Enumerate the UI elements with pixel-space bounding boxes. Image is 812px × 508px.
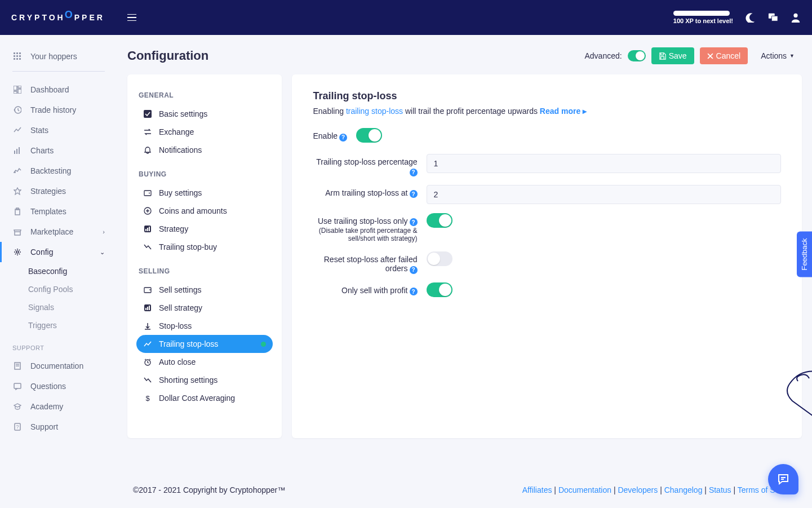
cn-stop-loss[interactable]: Stop-loss bbox=[136, 317, 273, 335]
sidebar-sub-baseconfig[interactable]: Baseconfig bbox=[0, 262, 117, 280]
help-icon[interactable]: ? bbox=[339, 134, 347, 142]
sidebar-divider bbox=[12, 71, 105, 72]
checkbox-icon bbox=[143, 109, 152, 118]
cn-dca[interactable]: $ Dollar Cost Averaging bbox=[136, 389, 273, 407]
read-more-link[interactable]: Read more ▸ bbox=[540, 107, 587, 116]
backtest-icon bbox=[12, 166, 23, 176]
svg-rect-6 bbox=[14, 55, 15, 57]
sidebar-academy[interactable]: Academy bbox=[0, 396, 117, 417]
cn-auto-close[interactable]: Auto close bbox=[136, 353, 273, 371]
sidebar-label: Questions bbox=[30, 382, 66, 391]
sidebar-support[interactable]: ? Support bbox=[0, 417, 117, 437]
sidebar: Your hoppers Dashboard Trade history Sta… bbox=[0, 35, 117, 508]
help-icon[interactable]: ? bbox=[410, 169, 418, 176]
footer-link-affiliates[interactable]: Affiliates bbox=[522, 485, 552, 494]
save-button[interactable]: Save bbox=[651, 47, 694, 64]
enable-toggle[interactable] bbox=[356, 128, 382, 143]
svg-rect-28 bbox=[144, 110, 152, 118]
hamburger-menu[interactable] bbox=[127, 14, 136, 21]
cn-trailing-stop-loss[interactable]: Trailing stop-loss bbox=[136, 335, 273, 353]
svg-rect-25 bbox=[14, 383, 21, 388]
sidebar-label: Marketplace bbox=[30, 227, 73, 236]
cn-coins-amounts[interactable]: Coins and amounts bbox=[136, 202, 273, 220]
footer-link-changelog[interactable]: Changelog bbox=[664, 485, 703, 494]
cn-sell-strategy[interactable]: Sell strategy bbox=[136, 299, 273, 317]
sidebar-questions[interactable]: Questions bbox=[0, 376, 117, 396]
alarm-icon bbox=[143, 357, 152, 366]
row-reset: Reset stop-loss after failed orders? bbox=[313, 251, 781, 273]
only-sell-profit-toggle[interactable] bbox=[427, 282, 452, 297]
svg-rect-17 bbox=[14, 151, 15, 154]
svg-rect-14 bbox=[18, 89, 21, 94]
brand-logo[interactable]: CRYPTOHOPPER bbox=[11, 12, 105, 24]
footer-link-documentation[interactable]: Documentation bbox=[558, 485, 611, 494]
sidebar-sub-triggers[interactable]: Triggers bbox=[0, 316, 117, 334]
sidebar-label: Backtesting bbox=[30, 166, 71, 175]
cn-strategy[interactable]: Strategy bbox=[136, 220, 273, 238]
footer-link-status[interactable]: Status bbox=[709, 485, 731, 494]
footer-link-developers[interactable]: Developers bbox=[618, 485, 658, 494]
help-icon[interactable]: ? bbox=[410, 266, 418, 274]
dark-mode-toggle[interactable] bbox=[746, 12, 756, 23]
profile-button[interactable] bbox=[791, 12, 801, 23]
row-arm: Arm trailing stop-loss at? bbox=[313, 185, 781, 204]
sidebar-your-hoppers[interactable]: Your hoppers bbox=[0, 46, 117, 67]
cn-basic-settings[interactable]: Basic settings bbox=[136, 105, 273, 123]
sidebar-sub-configpools[interactable]: Config Pools bbox=[0, 280, 117, 298]
help-icon[interactable]: ? bbox=[410, 218, 418, 226]
cn-notifications[interactable]: Notifications bbox=[136, 141, 273, 159]
sidebar-label: Config bbox=[30, 248, 53, 257]
stats-icon bbox=[12, 125, 23, 135]
svg-marker-20 bbox=[14, 188, 21, 195]
arm-tsl-input[interactable] bbox=[427, 185, 781, 204]
page-head: Configuration Advanced: Save Cancel Acti… bbox=[127, 47, 802, 64]
settings-panel: Trailing stop-loss Enabling trailing sto… bbox=[292, 74, 802, 438]
svg-rect-1 bbox=[771, 16, 778, 21]
cn-buy-settings[interactable]: Buy settings bbox=[136, 184, 273, 202]
advanced-toggle[interactable] bbox=[628, 50, 646, 61]
cn-exchange[interactable]: Exchange bbox=[136, 123, 273, 141]
head-actions: Advanced: Save Cancel Actions ▼ bbox=[584, 47, 802, 64]
help-icon[interactable]: ? bbox=[410, 190, 418, 198]
xp-text: 100 XP to next level! bbox=[673, 17, 733, 24]
support-heading: SUPPORT bbox=[0, 334, 117, 356]
svg-rect-33 bbox=[145, 229, 147, 231]
chat-button[interactable] bbox=[768, 12, 778, 23]
cn-trailing-stop-buy[interactable]: Trailing stop-buy bbox=[136, 238, 273, 256]
sidebar-templates[interactable]: Templates bbox=[0, 201, 117, 222]
tsl-doc-link[interactable]: trailing stop-loss bbox=[346, 107, 403, 116]
chat-widget[interactable] bbox=[768, 464, 798, 494]
sidebar-documentation[interactable]: Documentation bbox=[0, 356, 117, 376]
sidebar-trade-history[interactable]: Trade history bbox=[0, 100, 117, 120]
actions-dropdown[interactable]: Actions ▼ bbox=[753, 47, 802, 64]
feedback-tab[interactable]: Feedback bbox=[797, 231, 812, 277]
svg-rect-39 bbox=[147, 307, 148, 310]
book-icon bbox=[12, 361, 23, 371]
caret-right-icon: ▸ bbox=[583, 107, 587, 116]
panel-title: Trailing stop-loss bbox=[313, 90, 781, 102]
cn-sell-settings[interactable]: Sell settings bbox=[136, 281, 273, 299]
sidebar-backtesting[interactable]: Backtesting bbox=[0, 161, 117, 181]
bell-icon bbox=[143, 145, 152, 154]
sidebar-label: Academy bbox=[30, 402, 63, 411]
marketplace-icon bbox=[12, 227, 23, 237]
help-icon[interactable]: ? bbox=[410, 288, 418, 295]
xp-meter[interactable]: 100 XP to next level! bbox=[673, 11, 733, 24]
svg-rect-11 bbox=[19, 58, 21, 60]
sidebar-config[interactable]: Config ⌄ bbox=[0, 242, 117, 262]
sell-icon bbox=[143, 285, 152, 294]
cn-shorting-settings[interactable]: Shorting settings bbox=[136, 371, 273, 389]
trend-down-icon bbox=[143, 242, 152, 251]
sidebar-charts[interactable]: Charts bbox=[0, 140, 117, 161]
sidebar-sub-signals[interactable]: Signals bbox=[0, 298, 117, 316]
reset-after-fail-toggle[interactable] bbox=[427, 251, 452, 266]
sidebar-marketplace[interactable]: Marketplace › bbox=[0, 222, 117, 242]
tsl-percentage-input[interactable] bbox=[427, 154, 781, 173]
cancel-button[interactable]: Cancel bbox=[700, 47, 748, 64]
sidebar-dashboard[interactable]: Dashboard bbox=[0, 79, 117, 100]
sidebar-strategies[interactable]: Strategies bbox=[0, 181, 117, 201]
chat-bubble-icon bbox=[776, 472, 790, 486]
tsl-only-toggle[interactable] bbox=[427, 213, 452, 228]
moon-icon bbox=[746, 12, 756, 23]
sidebar-stats[interactable]: Stats bbox=[0, 120, 117, 140]
